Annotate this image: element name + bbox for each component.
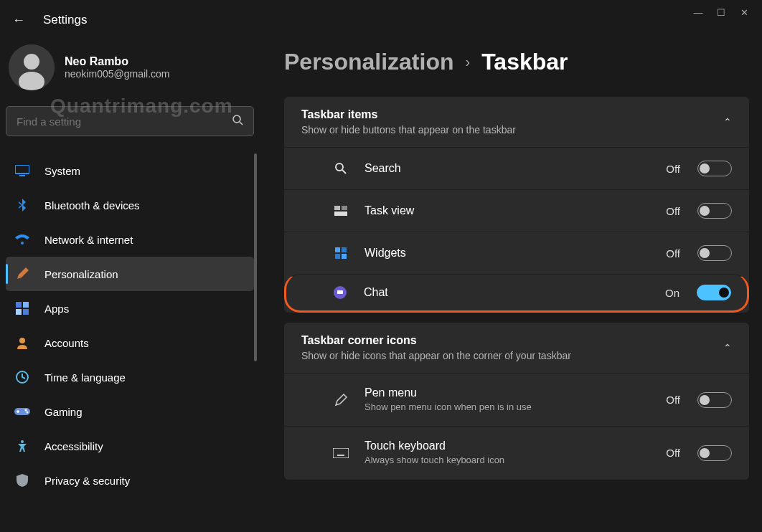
toggle-state: On [665,287,679,299]
section-subtitle: Show or hide icons that appear on the co… [301,350,571,361]
toggle-state: Off [666,247,680,260]
sidebar-item-personalization[interactable]: Personalization [6,257,254,291]
setting-label: Task view [364,204,652,217]
keyboard-icon [333,445,349,461]
svg-point-13 [19,338,25,343]
user-email: neokim005@gmail.com [65,68,170,80]
section-subtitle: Show or hide buttons that appear on the … [301,124,516,136]
sidebar-item-label: Gaming [44,406,83,418]
setting-label: Search [364,162,652,175]
pen-icon [333,392,349,408]
svg-rect-23 [334,212,347,216]
back-button[interactable]: ← [9,10,29,30]
toggle-state: Off [666,163,680,175]
chat-icon [332,285,348,300]
personalization-icon [14,266,30,282]
sidebar-item-label: Personalization [44,268,118,280]
setting-label: Touch keyboardAlways show touch keyboard… [364,440,652,466]
svg-rect-29 [337,290,343,294]
apps-icon [14,300,30,316]
window-title: Settings [43,13,87,27]
sidebar-item-accounts[interactable]: Accounts [6,326,254,360]
sidebar-item-bluetooth-devices[interactable]: Bluetooth & devices [6,188,254,222]
svg-point-8 [21,242,24,244]
sidebar-item-apps[interactable]: Apps [6,291,254,326]
breadcrumb-parent[interactable]: Personalization [284,49,454,75]
svg-rect-12 [23,309,29,315]
sidebar-item-label: Bluetooth & devices [44,199,140,212]
sidebar-item-label: Privacy & security [44,475,130,487]
setting-label: Pen menuShow pen menu icon when pen is i… [364,386,652,413]
section-header[interactable]: Taskbar corner iconsShow or hide icons t… [284,323,749,373]
svg-point-1 [24,54,39,70]
svg-point-16 [25,409,27,412]
setting-row-widgets: WidgetsOff [284,232,749,274]
sidebar-item-label: Network & internet [44,234,133,246]
toggle-switch[interactable] [697,203,732,219]
setting-row-search: SearchOff [284,147,749,189]
sidebar-item-network-internet[interactable]: Network & internet [6,222,254,257]
avatar [9,44,55,90]
breadcrumb: Personalization › Taskbar [284,49,749,75]
toggle-switch[interactable] [697,285,731,300]
setting-row-pen-menu: Pen menuShow pen menu icon when pen is i… [284,373,749,426]
toggle-switch[interactable] [697,392,732,408]
svg-rect-24 [335,247,340,252]
sidebar-item-label: Accessibility [44,440,103,452]
svg-point-17 [27,412,29,414]
svg-rect-6 [16,166,29,173]
chevron-up-icon: ⌃ [723,342,732,353]
sidebar-item-time-language[interactable]: Time & language [6,360,254,394]
maximize-button[interactable]: ☐ [716,7,726,17]
toggle-switch[interactable] [697,445,732,461]
breadcrumb-current: Taskbar [481,49,568,75]
setting-label: Chat [364,286,651,299]
gaming-icon [14,404,30,419]
search-icon [333,161,349,176]
time-icon [14,369,30,385]
sidebar-item-accessibility[interactable]: Accessibility [6,429,254,463]
sidebar-item-label: Accounts [44,337,89,349]
user-account[interactable]: Neo Rambo neokim005@gmail.com [6,44,254,90]
close-button[interactable]: ✕ [739,7,749,17]
sidebar-item-gaming[interactable]: Gaming [6,394,254,429]
svg-rect-11 [16,309,22,315]
bluetooth-icon [14,197,30,213]
minimize-button[interactable]: — [693,7,703,17]
section-header[interactable]: Taskbar itemsShow or hide buttons that a… [284,97,749,147]
sidebar-item-label: Time & language [44,371,126,384]
chevron-right-icon: › [466,54,471,70]
user-name: Neo Rambo [65,55,170,68]
svg-point-18 [21,440,24,443]
svg-point-3 [233,115,240,123]
toggle-state: Off [666,447,680,459]
system-icon [14,163,30,179]
sidebar-item-label: Apps [44,303,69,315]
setting-row-chat: ChatOn [284,274,749,313]
toggle-switch[interactable] [697,245,732,261]
sidebar-item-label: System [44,165,80,177]
sidebar-item-privacy-security[interactable]: Privacy & security [6,463,254,498]
setting-row-touch-keyboard: Touch keyboardAlways show touch keyboard… [284,426,749,479]
svg-rect-26 [335,254,340,259]
svg-line-4 [240,122,243,125]
setting-row-task-view: Task viewOff [284,189,749,232]
svg-point-19 [336,163,343,171]
section-title: Taskbar corner icons [301,334,571,347]
svg-rect-27 [342,254,347,259]
toggle-switch[interactable] [697,161,732,176]
svg-rect-10 [23,302,29,308]
chevron-up-icon: ⌃ [723,116,732,128]
sidebar-item-system[interactable]: System [6,153,254,188]
svg-rect-25 [342,247,347,252]
setting-label: Widgets [364,247,652,260]
svg-rect-30 [333,448,349,458]
widgets-icon [333,245,349,261]
search-icon [232,114,243,128]
svg-rect-22 [342,206,347,210]
accounts-icon [14,335,30,351]
scrollbar[interactable] [254,153,257,361]
svg-rect-7 [19,175,25,176]
privacy-icon [14,472,30,488]
section-title: Taskbar items [301,108,516,121]
